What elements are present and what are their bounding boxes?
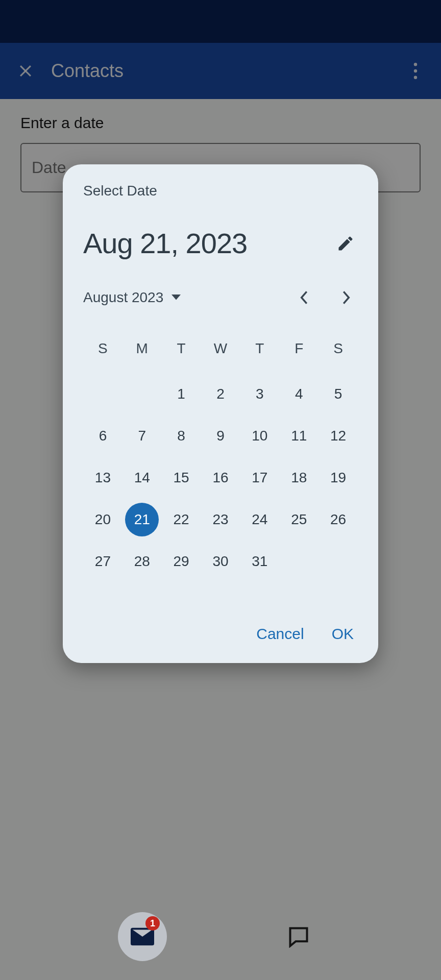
dock-chat-button[interactable] — [274, 912, 323, 961]
calendar-day[interactable]: 3 — [240, 376, 279, 412]
calendar-day[interactable]: 31 — [240, 544, 279, 579]
calendar-day[interactable]: 22 — [162, 502, 201, 537]
calendar-day[interactable]: 21 — [122, 502, 162, 537]
calendar-day[interactable]: 15 — [162, 460, 201, 496]
calendar-grid: 1234567891011121314151617181920212223242… — [83, 376, 358, 579]
calendar-day[interactable]: 23 — [201, 502, 240, 537]
calendar-day[interactable]: 19 — [318, 460, 358, 496]
weekday-label: W — [201, 333, 240, 364]
modal-overlay[interactable]: Select Date Aug 21, 2023 August 2023 SMT… — [0, 0, 441, 980]
selected-date-row: Aug 21, 2023 — [83, 227, 358, 260]
calendar-empty-cell — [83, 376, 122, 412]
weekday-label: S — [318, 333, 358, 364]
chevron-left-icon — [300, 291, 308, 304]
calendar-day[interactable]: 27 — [83, 544, 122, 579]
calendar-day[interactable]: 28 — [122, 544, 162, 579]
month-nav-arrows — [292, 286, 358, 309]
calendar-day[interactable]: 30 — [201, 544, 240, 579]
calendar-day[interactable]: 25 — [279, 502, 318, 537]
ok-button[interactable]: OK — [332, 625, 354, 643]
mail-badge: 1 — [145, 916, 160, 930]
edit-date-button[interactable] — [333, 231, 358, 256]
calendar-day[interactable]: 18 — [279, 460, 318, 496]
weekday-label: M — [122, 333, 162, 364]
dialog-actions: Cancel OK — [83, 625, 358, 648]
month-year-label: August 2023 — [83, 289, 163, 306]
weekday-label: T — [240, 333, 279, 364]
dock: 1 — [0, 893, 441, 980]
weekday-header: SMTWTFS — [83, 333, 358, 364]
calendar-day[interactable]: 10 — [240, 418, 279, 454]
pencil-icon — [336, 234, 355, 253]
calendar-day[interactable]: 6 — [83, 418, 122, 454]
calendar-day[interactable]: 4 — [279, 376, 318, 412]
next-month-button[interactable] — [335, 286, 358, 309]
calendar-day[interactable]: 26 — [318, 502, 358, 537]
chevron-down-icon — [172, 295, 181, 301]
cancel-button[interactable]: Cancel — [256, 625, 304, 643]
dialog-title: Select Date — [83, 183, 358, 199]
calendar-empty-cell — [122, 376, 162, 412]
month-navigation-row: August 2023 — [83, 286, 358, 309]
weekday-label: F — [279, 333, 318, 364]
calendar-day[interactable]: 29 — [162, 544, 201, 579]
calendar-day[interactable]: 20 — [83, 502, 122, 537]
calendar-day[interactable]: 11 — [279, 418, 318, 454]
calendar-day[interactable]: 12 — [318, 418, 358, 454]
weekday-label: S — [83, 333, 122, 364]
calendar-day[interactable]: 2 — [201, 376, 240, 412]
month-year-select[interactable]: August 2023 — [83, 289, 181, 306]
weekday-label: T — [162, 333, 201, 364]
calendar-day[interactable]: 16 — [201, 460, 240, 496]
calendar-day[interactable]: 24 — [240, 502, 279, 537]
calendar-day[interactable]: 13 — [83, 460, 122, 496]
chat-icon — [287, 925, 310, 948]
date-picker-dialog: Select Date Aug 21, 2023 August 2023 SMT… — [63, 164, 378, 663]
selected-date-display: Aug 21, 2023 — [83, 227, 247, 260]
calendar-day[interactable]: 17 — [240, 460, 279, 496]
calendar-day[interactable]: 7 — [122, 418, 162, 454]
calendar-day[interactable]: 5 — [318, 376, 358, 412]
calendar-day[interactable]: 1 — [162, 376, 201, 412]
calendar-day[interactable]: 14 — [122, 460, 162, 496]
prev-month-button[interactable] — [292, 286, 315, 309]
calendar-day[interactable]: 9 — [201, 418, 240, 454]
dock-mail-button[interactable]: 1 — [118, 912, 167, 961]
chevron-right-icon — [342, 291, 351, 304]
calendar-day[interactable]: 8 — [162, 418, 201, 454]
